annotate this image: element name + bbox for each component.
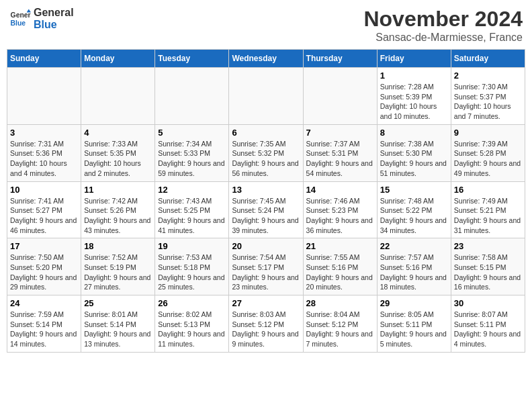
calendar-cell: 3Sunrise: 7:31 AMSunset: 5:36 PMDaylight… (7, 124, 81, 181)
calendar-cell: 6Sunrise: 7:35 AMSunset: 5:32 PMDaylight… (229, 124, 303, 181)
day-number: 12 (158, 185, 226, 195)
day-number: 14 (306, 185, 374, 195)
calendar-cell (7, 68, 81, 125)
calendar-cell: 8Sunrise: 7:38 AMSunset: 5:30 PMDaylight… (377, 124, 451, 181)
day-info: Sunrise: 7:58 AMSunset: 5:15 PMDaylight:… (454, 253, 522, 292)
calendar-cell (155, 68, 229, 125)
calendar-cell: 13Sunrise: 7:45 AMSunset: 5:24 PMDayligh… (229, 181, 303, 238)
calendar-cell: 12Sunrise: 7:43 AMSunset: 5:25 PMDayligh… (155, 181, 229, 238)
day-info: Sunrise: 7:41 AMSunset: 5:27 PMDaylight:… (10, 196, 78, 236)
calendar-cell (81, 68, 155, 125)
calendar-cell: 19Sunrise: 7:53 AMSunset: 5:18 PMDayligh… (155, 238, 229, 295)
day-info: Sunrise: 7:54 AMSunset: 5:17 PMDaylight:… (232, 253, 300, 292)
logo-icon: General Blue (9, 8, 31, 30)
calendar-cell: 10Sunrise: 7:41 AMSunset: 5:27 PMDayligh… (7, 181, 81, 238)
day-number: 22 (380, 241, 448, 251)
day-info: Sunrise: 8:03 AMSunset: 5:12 PMDaylight:… (232, 310, 300, 349)
month-title: November 2024 (363, 7, 523, 32)
calendar-cell: 1Sunrise: 7:28 AMSunset: 5:39 PMDaylight… (377, 68, 451, 125)
calendar-cell: 14Sunrise: 7:46 AMSunset: 5:23 PMDayligh… (303, 181, 377, 238)
day-info: Sunrise: 7:59 AMSunset: 5:14 PMDaylight:… (10, 310, 78, 349)
col-header-wednesday: Wednesday (229, 50, 303, 68)
day-info: Sunrise: 7:33 AMSunset: 5:35 PMDaylight:… (84, 139, 152, 179)
day-info: Sunrise: 8:02 AMSunset: 5:13 PMDaylight:… (158, 310, 226, 349)
calendar-cell: 11Sunrise: 7:42 AMSunset: 5:26 PMDayligh… (81, 181, 155, 238)
calendar-cell: 24Sunrise: 7:59 AMSunset: 5:14 PMDayligh… (7, 295, 81, 353)
day-info: Sunrise: 7:52 AMSunset: 5:19 PMDaylight:… (84, 253, 152, 292)
day-info: Sunrise: 7:30 AMSunset: 5:37 PMDaylight:… (454, 82, 522, 122)
calendar-cell: 20Sunrise: 7:54 AMSunset: 5:17 PMDayligh… (229, 238, 303, 295)
day-number: 26 (158, 298, 226, 308)
day-number: 17 (10, 241, 78, 251)
day-info: Sunrise: 8:01 AMSunset: 5:14 PMDaylight:… (84, 310, 152, 349)
day-info: Sunrise: 7:50 AMSunset: 5:20 PMDaylight:… (10, 253, 78, 292)
calendar-week-3: 17Sunrise: 7:50 AMSunset: 5:20 PMDayligh… (7, 238, 525, 295)
day-number: 7 (306, 128, 374, 138)
calendar-cell: 26Sunrise: 8:02 AMSunset: 5:13 PMDayligh… (155, 295, 229, 353)
day-info: Sunrise: 7:48 AMSunset: 5:22 PMDaylight:… (380, 196, 448, 236)
location-title: Sansac-de-Marmiesse, France (363, 32, 523, 44)
calendar-cell: 16Sunrise: 7:49 AMSunset: 5:21 PMDayligh… (451, 181, 525, 238)
day-info: Sunrise: 7:34 AMSunset: 5:33 PMDaylight:… (158, 139, 226, 179)
day-number: 30 (454, 298, 522, 308)
calendar-cell: 18Sunrise: 7:52 AMSunset: 5:19 PMDayligh… (81, 238, 155, 295)
day-info: Sunrise: 7:55 AMSunset: 5:16 PMDaylight:… (306, 253, 374, 292)
day-info: Sunrise: 7:53 AMSunset: 5:18 PMDaylight:… (158, 253, 226, 292)
day-number: 11 (84, 185, 152, 195)
day-number: 6 (232, 128, 300, 138)
day-number: 13 (232, 185, 300, 195)
calendar-header-row: SundayMondayTuesdayWednesdayThursdayFrid… (7, 50, 525, 68)
col-header-friday: Friday (377, 50, 451, 68)
day-info: Sunrise: 7:39 AMSunset: 5:28 PMDaylight:… (454, 139, 522, 179)
svg-text:General: General (11, 11, 31, 19)
calendar-cell: 21Sunrise: 7:55 AMSunset: 5:16 PMDayligh… (303, 238, 377, 295)
calendar-week-1: 3Sunrise: 7:31 AMSunset: 5:36 PMDaylight… (7, 124, 525, 181)
day-info: Sunrise: 7:57 AMSunset: 5:16 PMDaylight:… (380, 253, 448, 292)
day-number: 3 (10, 128, 78, 138)
calendar-cell: 23Sunrise: 7:58 AMSunset: 5:15 PMDayligh… (451, 238, 525, 295)
day-info: Sunrise: 7:28 AMSunset: 5:39 PMDaylight:… (380, 82, 448, 122)
day-number: 28 (306, 298, 374, 308)
day-info: Sunrise: 7:35 AMSunset: 5:32 PMDaylight:… (232, 139, 300, 179)
day-number: 23 (454, 241, 522, 251)
col-header-saturday: Saturday (451, 50, 525, 68)
day-info: Sunrise: 7:45 AMSunset: 5:24 PMDaylight:… (232, 196, 300, 236)
day-info: Sunrise: 7:49 AMSunset: 5:21 PMDaylight:… (454, 196, 522, 236)
day-info: Sunrise: 8:04 AMSunset: 5:12 PMDaylight:… (306, 310, 374, 349)
day-number: 29 (380, 298, 448, 308)
day-number: 15 (380, 185, 448, 195)
day-info: Sunrise: 7:42 AMSunset: 5:26 PMDaylight:… (84, 196, 152, 236)
day-info: Sunrise: 7:43 AMSunset: 5:25 PMDaylight:… (158, 196, 226, 236)
day-number: 10 (10, 185, 78, 195)
calendar-cell (229, 68, 303, 125)
calendar-cell: 15Sunrise: 7:48 AMSunset: 5:22 PMDayligh… (377, 181, 451, 238)
day-number: 18 (84, 241, 152, 251)
day-number: 25 (84, 298, 152, 308)
page-header: General Blue General Blue November 2024 … (7, 7, 525, 44)
svg-text:Blue: Blue (11, 19, 26, 27)
calendar-cell: 5Sunrise: 7:34 AMSunset: 5:33 PMDaylight… (155, 124, 229, 181)
calendar-cell: 22Sunrise: 7:57 AMSunset: 5:16 PMDayligh… (377, 238, 451, 295)
calendar-cell: 4Sunrise: 7:33 AMSunset: 5:35 PMDaylight… (81, 124, 155, 181)
calendar-table: SundayMondayTuesdayWednesdayThursdayFrid… (7, 49, 525, 353)
day-info: Sunrise: 7:31 AMSunset: 5:36 PMDaylight:… (10, 139, 78, 179)
calendar-cell: 2Sunrise: 7:30 AMSunset: 5:37 PMDaylight… (451, 68, 525, 125)
logo-general: General (34, 7, 74, 19)
day-number: 19 (158, 241, 226, 251)
calendar-cell: 28Sunrise: 8:04 AMSunset: 5:12 PMDayligh… (303, 295, 377, 353)
logo: General Blue General Blue (9, 7, 74, 31)
title-block: November 2024 Sansac-de-Marmiesse, Franc… (363, 7, 523, 44)
calendar-cell (303, 68, 377, 125)
day-info: Sunrise: 8:07 AMSunset: 5:11 PMDaylight:… (454, 310, 522, 349)
day-number: 2 (454, 71, 522, 81)
calendar-cell: 25Sunrise: 8:01 AMSunset: 5:14 PMDayligh… (81, 295, 155, 353)
day-number: 27 (232, 298, 300, 308)
day-info: Sunrise: 7:38 AMSunset: 5:30 PMDaylight:… (380, 139, 448, 179)
logo-blue: Blue (34, 19, 74, 31)
col-header-monday: Monday (81, 50, 155, 68)
day-info: Sunrise: 7:46 AMSunset: 5:23 PMDaylight:… (306, 196, 374, 236)
col-header-sunday: Sunday (7, 50, 81, 68)
day-number: 5 (158, 128, 226, 138)
col-header-tuesday: Tuesday (155, 50, 229, 68)
day-number: 9 (454, 128, 522, 138)
